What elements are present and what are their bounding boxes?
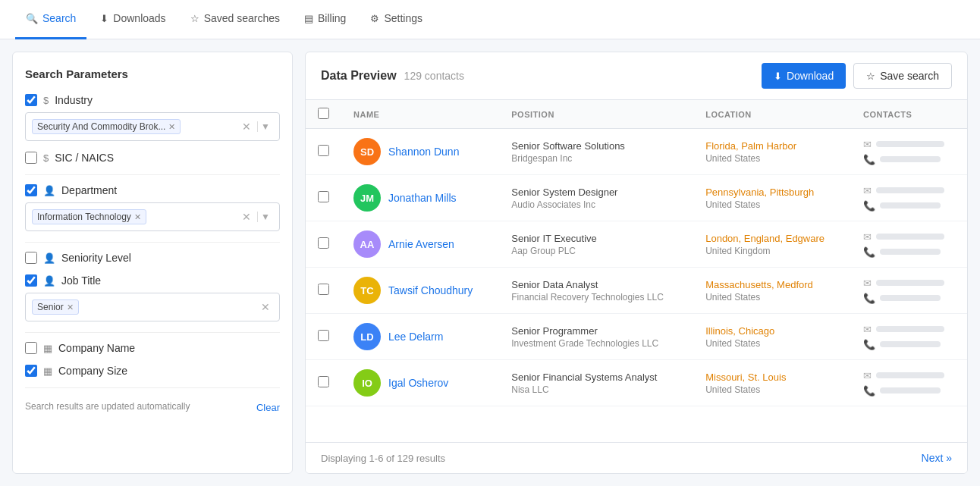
phone-icon: 📞 [863, 293, 875, 304]
contact-name[interactable]: Tawsif Choudhury [388, 284, 473, 296]
company-name: Aap Group PLC [511, 246, 681, 256]
save-search-button[interactable]: ☆ Save search [853, 63, 952, 89]
position-title: Senior System Designer [511, 187, 681, 198]
department-filter: 👤 Department Information Technology ✕ ✕ … [25, 184, 280, 231]
table-footer: Displaying 1-6 of 129 results Next » [306, 442, 967, 473]
next-button[interactable]: Next » [922, 452, 952, 464]
nav-billing-label: Billing [318, 12, 346, 24]
email-icon: ✉ [863, 370, 872, 381]
contact-name[interactable]: Igal Osherov [388, 377, 448, 389]
location-secondary: United States [705, 153, 839, 164]
nav-item-billing[interactable]: ▤ Billing [294, 0, 357, 39]
job-title-icon: 👤 [43, 275, 55, 287]
data-preview-panel: Data Preview 129 contacts ⬇ Download ☆ S… [305, 52, 968, 474]
location-primary: London, England, Edgware [705, 233, 839, 244]
location-secondary: United States [705, 384, 839, 395]
phone-bar [880, 387, 941, 394]
nav-item-downloads[interactable]: ⬇ Downloads [90, 0, 176, 39]
save-search-star-icon: ☆ [866, 71, 875, 82]
billing-nav-icon: ▤ [304, 13, 313, 24]
nav-search-label: Search [42, 12, 76, 24]
panel-title: Search Parameters [25, 67, 280, 80]
downloads-nav-icon: ⬇ [100, 13, 108, 24]
sic-naics-checkbox[interactable] [25, 152, 37, 164]
company-name: Audio Associates Inc [511, 199, 681, 210]
table-row: LD Lee Delarm Senior Programmer Investme… [306, 314, 967, 360]
department-dropdown-icon[interactable]: ▼ [257, 212, 273, 222]
row-checkbox-5[interactable] [318, 376, 329, 387]
row-checkbox-0[interactable] [318, 145, 329, 156]
nav-settings-label: Settings [384, 12, 422, 24]
top-nav: 🔍 Search ⬇ Downloads ☆ Saved searches ▤ … [0, 0, 980, 39]
seniority-level-icon: 👤 [43, 252, 55, 264]
company-size-checkbox[interactable] [25, 365, 37, 377]
company-name-icon: ▦ [43, 343, 52, 354]
industry-field-clear[interactable]: ✕ [239, 121, 254, 133]
industry-checkbox[interactable] [25, 94, 37, 106]
col-name: NAME [341, 100, 499, 129]
nav-downloads-label: Downloads [113, 12, 165, 24]
department-tag-remove[interactable]: ✕ [134, 212, 141, 222]
table-row: SD Shannon Dunn Senior Software Solution… [306, 129, 967, 175]
table-row: JM Jonathan Mills Senior System Designer… [306, 175, 967, 221]
displaying-info: Displaying 1-6 of 129 results [321, 453, 445, 464]
seniority-level-checkbox[interactable] [25, 252, 37, 264]
clear-button[interactable]: Clear [256, 402, 280, 413]
department-icon: 👤 [43, 185, 55, 196]
row-checkbox-1[interactable] [318, 191, 329, 202]
position-title: Senior Data Analyst [511, 279, 681, 290]
data-preview-header: Data Preview 129 contacts ⬇ Download ☆ S… [306, 52, 967, 100]
contacts-count: 129 contacts [404, 70, 464, 82]
row-checkbox-2[interactable] [318, 237, 329, 249]
location-secondary: United Kingdom [705, 246, 839, 256]
phone-icon: 📞 [863, 385, 875, 397]
company-size-icon: ▦ [43, 365, 52, 377]
row-checkbox-3[interactable] [318, 284, 329, 295]
location-secondary: United States [705, 199, 839, 210]
location-primary: Pennsylvania, Pittsburgh [705, 187, 839, 198]
nav-item-search[interactable]: 🔍 Search [15, 0, 86, 39]
download-icon: ⬇ [774, 71, 782, 82]
table-row: TC Tawsif Choudhury Senior Data Analyst … [306, 268, 967, 314]
job-title-filter: 👤 Job Title Senior ✕ ✕ [25, 274, 280, 321]
department-checkbox[interactable] [25, 184, 37, 196]
nav-saved-searches-label: Saved searches [204, 12, 280, 24]
company-name-checkbox[interactable] [25, 342, 37, 354]
contact-name[interactable]: Shannon Dunn [388, 146, 459, 158]
job-title-field-clear[interactable]: ✕ [258, 301, 273, 313]
contact-name[interactable]: Lee Delarm [388, 331, 443, 343]
sic-naics-filter: $ SIC / NAICS [25, 152, 280, 164]
company-name: Nisa LLC [511, 384, 681, 395]
industry-label: Industry [55, 94, 93, 106]
company-size-filter: ▦ Company Size [25, 365, 280, 377]
avatar: TC [353, 277, 381, 304]
industry-filter: $ Industry Security And Commodity Brok..… [25, 94, 280, 141]
download-button[interactable]: ⬇ Download [762, 63, 846, 89]
location-primary: Florida, Palm Harbor [705, 140, 839, 152]
department-field-clear[interactable]: ✕ [239, 211, 254, 223]
nav-item-saved-searches[interactable]: ☆ Saved searches [180, 0, 291, 39]
email-bar [876, 141, 944, 147]
email-bar [876, 326, 944, 332]
job-title-tag-remove[interactable]: ✕ [67, 303, 74, 312]
job-title-tag: Senior ✕ [32, 299, 79, 315]
position-title: Senior Financial Systems Analyst [511, 372, 681, 383]
table-row: AA Arnie Aversen Senior IT Executive Aap… [306, 221, 967, 268]
phone-icon: 📞 [863, 200, 875, 212]
position-title: Senior IT Executive [511, 233, 681, 244]
company-name: Financial Recovery Technologies LLC [511, 292, 681, 303]
contact-name[interactable]: Arnie Aversen [388, 238, 454, 250]
phone-bar [880, 341, 941, 347]
industry-dropdown-icon[interactable]: ▼ [257, 121, 273, 132]
industry-tag-remove[interactable]: ✕ [168, 122, 175, 132]
location-primary: Illinois, Chicago [705, 325, 839, 337]
company-name-label: Company Name [58, 342, 135, 354]
job-title-checkbox[interactable] [25, 274, 37, 287]
settings-nav-icon: ⚙ [370, 13, 379, 24]
select-all-checkbox[interactable] [318, 108, 329, 119]
contact-name[interactable]: Jonathan Mills [388, 192, 457, 204]
row-checkbox-4[interactable] [318, 330, 329, 341]
avatar: LD [353, 323, 381, 350]
nav-item-settings[interactable]: ⚙ Settings [360, 0, 433, 39]
position-title: Senior Programmer [511, 325, 681, 337]
